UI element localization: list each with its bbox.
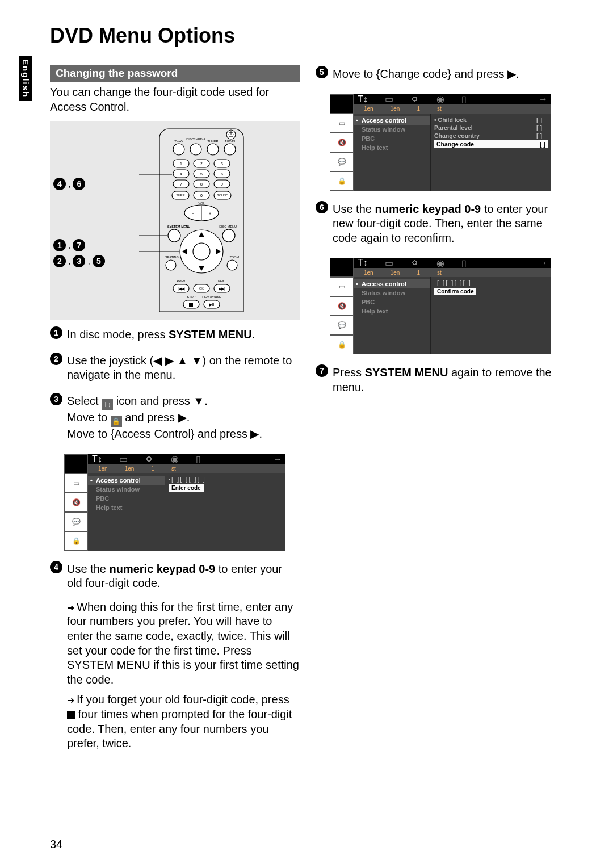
step-number-7: 7: [316, 364, 328, 377]
callout-1: 1: [53, 239, 66, 251]
svg-text:PREV: PREV: [177, 279, 186, 283]
svg-text:SEATING: SEATING: [165, 255, 179, 259]
svg-text:1: 1: [180, 162, 183, 166]
svg-text:VOL: VOL: [199, 202, 205, 205]
svg-point-6: [207, 144, 219, 155]
svg-text:6: 6: [221, 172, 224, 176]
remote-control-svg: .ln{stroke:#000;stroke-width:1.2;fill:no…: [139, 127, 264, 314]
svg-point-45: [166, 260, 176, 270]
step-4: 4 Use the numeric keypad 0-9 to enter yo…: [50, 560, 300, 597]
svg-point-5: [190, 144, 201, 155]
svg-text:DISC MENU: DISC MENU: [220, 225, 237, 228]
osd-tab-lock-icon: 🔒: [330, 335, 354, 354]
svg-text:0: 0: [201, 194, 203, 198]
step-7: 7 Press SYSTEM MENU again to remove the …: [316, 363, 565, 400]
page-number: 34: [50, 838, 62, 851]
osd-tab-picture-icon: ▭: [330, 277, 354, 296]
osd-tab-sound-icon: 🔇: [330, 296, 354, 316]
osd-head-remote-icon: ▯: [196, 454, 201, 464]
svg-text:|◀◀: |◀◀: [178, 287, 186, 291]
svg-text:5: 5: [201, 172, 203, 176]
svg-point-4: [173, 144, 184, 155]
callout-6: 6: [73, 178, 85, 190]
osd-tab-speech-icon: 💬: [330, 152, 354, 171]
osd-tab-lock-icon: 🔒: [64, 531, 88, 551]
step-2: 2 Use the joystick (◀ ▶ ▲ ▼) on the remo…: [50, 351, 300, 388]
svg-text:+: +: [209, 212, 211, 216]
intro-text: You can change the four-digit code used …: [50, 85, 300, 114]
callout-4: 4: [53, 178, 66, 190]
osd-tab-picture-icon: ▭: [64, 473, 88, 493]
language-tab: English: [19, 56, 32, 101]
svg-text:NEXT: NEXT: [218, 279, 226, 283]
page-title: DVD Menu Options: [50, 24, 580, 48]
callout-7: 7: [73, 239, 85, 251]
svg-text:STOP: STOP: [187, 295, 196, 299]
step-number-4: 4: [50, 561, 62, 573]
svg-text:9: 9: [221, 182, 224, 186]
osd-head-disc-icon: ◉: [171, 454, 179, 464]
svg-text:▶II: ▶II: [209, 303, 215, 307]
svg-text:SYSTEM MENU: SYSTEM MENU: [167, 225, 190, 228]
step-6: 6 Use the numeric keypad 0-9 to enter yo…: [316, 200, 565, 251]
step-number-6: 6: [316, 201, 328, 213]
step-3: 3 Select T↕ icon and press ▼. Move to 🔒 …: [50, 392, 300, 447]
callout-5: 5: [93, 255, 105, 267]
svg-point-42: [193, 243, 210, 260]
svg-text:OK: OK: [199, 287, 204, 290]
settings-icon: T↕: [102, 399, 113, 410]
osd-head-settings-icon: T↕: [92, 454, 102, 464]
svg-text:AUX/DI: AUX/DI: [225, 140, 236, 143]
osd-head-arrow-icon: →: [273, 454, 282, 464]
osd-enter-code: ▭ 🔇 💬 🔒 T↕ ▭ ⭘ ◉ ▯ → 1en 1en 1 s: [64, 454, 285, 551]
right-column: 5 Move to {Change code} and press ▶. ▭ 🔇…: [316, 61, 565, 757]
svg-text:ZOOM: ZOOM: [230, 255, 240, 259]
osd-head-screen-icon: ▭: [119, 454, 128, 464]
step-number-3: 3: [50, 393, 62, 405]
svg-text:8: 8: [201, 182, 203, 186]
svg-point-40: [222, 229, 235, 242]
arrow-icon: ➜: [67, 603, 74, 613]
osd-tab-picture-icon: ▭: [330, 114, 354, 133]
section-heading: Changing the password: [50, 65, 300, 82]
svg-text:DISC/
MEDIA: DISC/ MEDIA: [187, 137, 206, 141]
remote-diagram: 4 , 6 1 , 7 2 , 3 , 5: [50, 121, 300, 320]
svg-point-39: [168, 229, 180, 242]
osd-tab-speech-icon: 💬: [64, 512, 88, 531]
svg-text:SURR: SURR: [177, 194, 186, 197]
svg-text:PLAY/PAUSE: PLAY/PAUSE: [203, 295, 222, 299]
callout-2: 2: [53, 255, 66, 267]
step-number-2: 2: [50, 353, 62, 365]
osd-tab-speech-icon: 💬: [330, 316, 354, 335]
svg-text:TUNER: TUNER: [208, 140, 219, 143]
arrow-icon: ➜: [67, 695, 74, 705]
step-number-5: 5: [316, 66, 328, 78]
svg-text:2: 2: [201, 162, 203, 166]
svg-rect-58: [189, 303, 193, 307]
svg-text:−: −: [192, 212, 194, 216]
svg-text:▶▶|: ▶▶|: [219, 287, 226, 291]
svg-point-7: [224, 144, 236, 155]
svg-text:3: 3: [221, 162, 224, 166]
svg-text:7: 7: [180, 182, 183, 186]
svg-text:SOUND: SOUND: [217, 194, 229, 197]
step-4-note-1: ➜When doing this for the first time, ent…: [50, 600, 300, 687]
svg-text:4: 4: [180, 172, 183, 176]
lock-icon: 🔒: [111, 416, 122, 427]
osd-change-code: ▭ 🔇 💬 🔒 T↕▭ ⭘◉ ▯→ 1en 1en 1 st: [330, 94, 551, 191]
svg-text:TV/AV: TV/AV: [175, 140, 184, 143]
svg-point-46: [227, 260, 237, 270]
osd-tab-sound-icon: 🔇: [64, 493, 88, 512]
osd-tab-sound-icon: 🔇: [330, 133, 354, 152]
osd-tab-lock-icon: 🔒: [330, 171, 354, 191]
step-1: 1 In disc mode, press SYSTEM MENU.: [50, 325, 300, 348]
step-5: 5 Move to {Change code} and press ▶.: [316, 65, 565, 87]
osd-head-globe-icon: ⭘: [145, 454, 154, 464]
osd-confirm-code: ▭ 🔇 💬 🔒 T↕▭ ⭘◉ ▯→ 1en 1en 1 st: [330, 258, 551, 354]
callout-3: 3: [73, 255, 85, 267]
left-column: Changing the password You can change the…: [50, 61, 300, 757]
step-number-1: 1: [50, 326, 62, 339]
stop-icon: [67, 711, 75, 719]
step-4-note-2: ➜If you forget your old four-digit code,…: [50, 693, 300, 750]
